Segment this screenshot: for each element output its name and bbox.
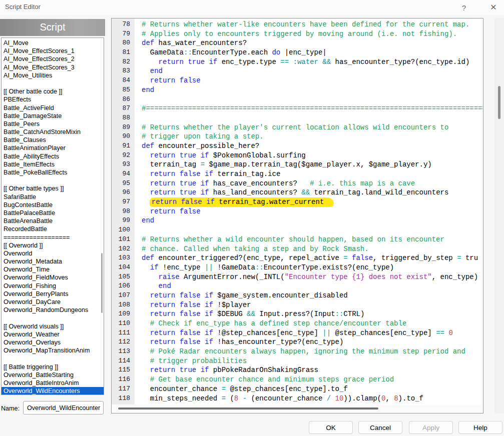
list-item-selected[interactable]: Overworld_WildEncounters <box>2 387 104 395</box>
list-item[interactable]: Battle_ActiveField <box>2 104 104 112</box>
list-item[interactable]: Battle_CatchAndStoreMixin <box>2 128 104 136</box>
code-line[interactable]: 92 return true if $PokemonGlobal.surfing <box>112 151 483 160</box>
code-line[interactable]: 114 # trigger probabilities <box>112 356 483 366</box>
list-item[interactable]: Overworld_BerryPlants <box>2 290 104 298</box>
code-line[interactable]: 99end <box>112 216 483 226</box>
vertical-scrollbar[interactable] <box>494 18 504 414</box>
list-item[interactable]: Overworld_Overlays <box>2 338 104 346</box>
list-item[interactable]: Overworld_MapTransitionAnim <box>2 346 104 354</box>
help-button[interactable]: Help <box>458 421 502 434</box>
code-line[interactable]: 98 return false <box>112 207 483 216</box>
code-line[interactable]: 108 return false if !$player <box>112 300 483 310</box>
list-item[interactable]: [[ Battle triggering ]] <box>2 363 104 371</box>
code-line[interactable]: 78# Returns whether water-like encounter… <box>112 20 483 30</box>
code-line[interactable]: 82 return true if enc_type.type == :wate… <box>112 58 483 67</box>
list-item[interactable]: BattleArenaBattle <box>2 217 104 225</box>
list-item[interactable]: RecordedBattle <box>2 225 104 233</box>
code-line[interactable]: 118 min_steps_needed = (8 - (encounter_c… <box>112 394 483 404</box>
list-item[interactable]: Overworld_Weather <box>2 330 104 338</box>
code-line[interactable]: 104 if !enc_type || !GameData::Encounter… <box>112 263 483 272</box>
horizontal-scrollbar[interactable] <box>112 404 483 413</box>
list-item[interactable]: ================== <box>2 234 104 242</box>
list-item[interactable]: Overworld_Fishing <box>2 282 104 290</box>
list-item[interactable]: BugContestBattle <box>2 201 104 209</box>
code-line[interactable]: 88 <box>112 114 483 123</box>
apply-button[interactable]: Apply <box>409 421 453 434</box>
list-item[interactable]: Battle_ItemEffects <box>2 160 104 168</box>
name-input[interactable] <box>23 401 104 414</box>
code-line[interactable]: 106 end <box>112 282 483 291</box>
list-item[interactable]: PBEffects <box>2 96 104 104</box>
list-item[interactable]: Battle_Clauses <box>2 136 104 144</box>
code-line[interactable]: 95 return true if has_cave_encounters? #… <box>112 179 483 188</box>
list-item[interactable]: Overworld_Time <box>2 266 104 274</box>
code-line[interactable]: 100 <box>112 226 483 235</box>
list-blank[interactable] <box>2 80 104 88</box>
code-line[interactable]: 91def encounter_possible_here? <box>112 142 483 151</box>
ok-button[interactable]: OK <box>309 421 353 434</box>
list-item[interactable]: AI_Move_EffectScores_1 <box>2 47 104 55</box>
list-item[interactable]: Overworld_Metadata <box>2 258 104 266</box>
code-line[interactable]: 101# Returns whether a wild encounter sh… <box>112 235 483 244</box>
list-item[interactable]: Overworld_BattleIntroAnim <box>2 379 104 387</box>
list-item[interactable]: [[ Overworld ]] <box>2 242 104 250</box>
code-line[interactable]: 116 # Get base encounter chance and mini… <box>112 375 483 384</box>
list-item[interactable]: Overworld_DayCare <box>2 298 104 306</box>
list-item[interactable]: [[ Other battle types ]] <box>2 184 104 192</box>
code-line[interactable]: 115 return true if pbPokeRadarOnShakingG… <box>112 366 483 375</box>
list-item[interactable]: BattleAnimationPlayer <box>2 144 104 152</box>
code-line[interactable]: 110 # Check if enc_type has a defined st… <box>112 319 483 328</box>
list-item[interactable]: Battle_DamageState <box>2 112 104 120</box>
script-list[interactable]: AI_MoveAI_Move_EffectScores_1AI_Move_Eff… <box>1 38 104 395</box>
list-item[interactable]: Battle_PokeBallEffects <box>2 168 104 176</box>
cancel-button[interactable]: Cancel <box>358 421 402 434</box>
list-item[interactable]: Overworld_BattleStarting <box>2 371 104 379</box>
code-line[interactable]: 113 # Poké Radar encounters always happe… <box>112 347 483 356</box>
list-item[interactable]: [[ Other battle code ]] <box>2 88 104 96</box>
code-line[interactable]: 117 encounter_chance = @step_chances[enc… <box>112 384 483 394</box>
code-line[interactable]: 86 <box>112 95 483 104</box>
list-blank[interactable] <box>2 314 104 322</box>
list-item[interactable]: SafariBattle <box>2 193 104 201</box>
list-item[interactable]: [[ Overworld visuals ]] <box>2 322 104 330</box>
list-item[interactable]: Battle_AbilityEffects <box>2 152 104 160</box>
code-line[interactable]: 85end <box>112 86 483 95</box>
code-line[interactable]: 103def encounter_triggered?(enc_type, re… <box>112 254 483 263</box>
list-item[interactable]: AI_Move_EffectScores_2 <box>2 55 104 63</box>
code-line[interactable]: 81 GameData::EncounterType.each do |enc_… <box>112 48 483 58</box>
code-line[interactable]: 107 return false if $game_system.encount… <box>112 291 483 300</box>
code-line[interactable]: 111 return false if !@step_chances[enc_t… <box>112 328 483 338</box>
code-line[interactable]: 79# Applies only to encounters triggered… <box>112 30 483 39</box>
code-line[interactable]: 96 return true if has_land_encounters? &… <box>112 188 483 198</box>
code-line[interactable]: 89# Returns whether the player's current… <box>112 123 483 132</box>
code-line[interactable]: 83 end <box>112 66 483 76</box>
list-item[interactable]: Overworld_FieldMoves <box>2 274 104 282</box>
code-line[interactable]: 84 return false <box>112 76 483 86</box>
code-editor[interactable]: 78# Returns whether water-like encounter… <box>111 18 483 414</box>
code-line[interactable]: 97 return false if terrain_tag.water_cur… <box>112 198 483 207</box>
close-icon[interactable]: × <box>484 0 502 14</box>
code-text-area[interactable]: 78# Returns whether water-like encounter… <box>112 20 483 404</box>
code-line[interactable]: 109 return false if $DEBUG && Input.pres… <box>112 310 483 319</box>
code-line[interactable]: 80def has_water_encounters? <box>112 38 483 48</box>
list-item[interactable]: Overworld <box>2 250 104 258</box>
code-line[interactable]: 90# trigger upon taking a step. <box>112 132 483 142</box>
code-line[interactable]: 93 terrain_tag = $game_map.terrain_tag($… <box>112 160 483 170</box>
list-item[interactable]: BattlePalaceBattle <box>2 209 104 217</box>
window-help-icon[interactable]: ? <box>456 1 471 14</box>
script-list-scrollbar[interactable] <box>101 253 103 313</box>
code-line[interactable]: 94 return false if terrain_tag.ice <box>112 170 483 179</box>
list-item[interactable]: AI_Move_EffectScores_3 <box>2 64 104 72</box>
code-line[interactable]: 105 raise ArgumentError.new(_INTL("Encou… <box>112 272 483 282</box>
list-blank[interactable] <box>2 354 104 362</box>
list-item[interactable]: Overworld_RandomDungeons <box>2 306 104 314</box>
code-line[interactable]: 112 return false if !has_encounter_type?… <box>112 338 483 347</box>
list-item[interactable]: AI_Move_Utilities <box>2 72 104 80</box>
code-line[interactable]: 87#=====================================… <box>112 104 483 114</box>
list-item[interactable]: Battle_Peers <box>2 120 104 128</box>
code-line[interactable]: 102# chance. Called when taking a step a… <box>112 244 483 254</box>
horizontal-scrollbar-thumb[interactable] <box>118 408 378 410</box>
vertical-scrollbar-thumb[interactable] <box>498 86 500 119</box>
list-item[interactable]: AI_Move <box>2 39 104 47</box>
list-blank[interactable] <box>2 176 104 184</box>
